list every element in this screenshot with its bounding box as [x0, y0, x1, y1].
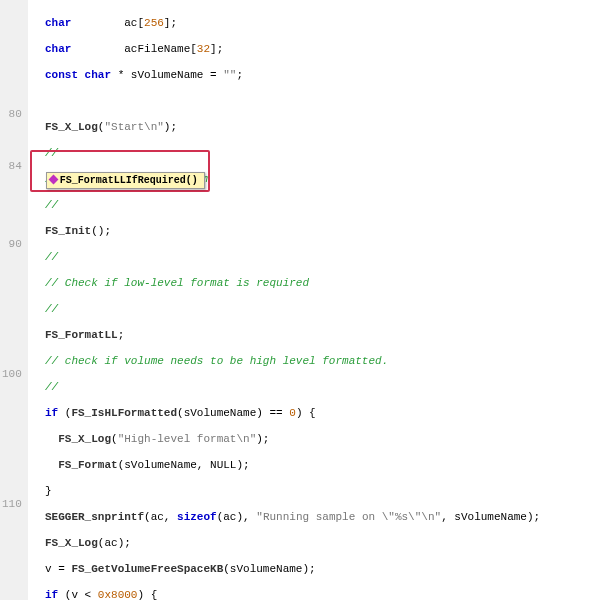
line-number: 100 [2, 368, 22, 381]
line-number: 80 [2, 108, 22, 121]
line-number: 90 [2, 238, 22, 251]
autocomplete-tooltip[interactable]: FS_FormatLLIfRequired() [46, 172, 205, 189]
line-number: 110 [2, 498, 22, 511]
code-area[interactable]: char ac[256]; char acFileName[32]; const… [28, 0, 600, 600]
diamond-icon [50, 174, 57, 187]
line-gutter: 80 84 90 100 110 [0, 0, 28, 600]
line-number: 84 [2, 160, 22, 173]
code-editor[interactable]: 80 84 90 100 110 char ac[256]; char acFi… [0, 0, 600, 600]
tooltip-label: FS_FormatLLIfRequired() [60, 174, 198, 187]
